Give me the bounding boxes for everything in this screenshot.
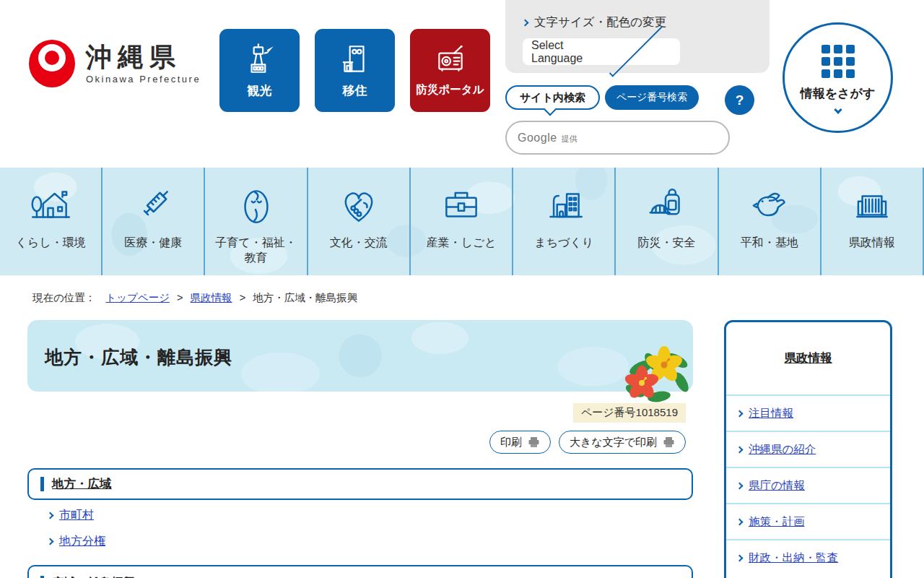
dove-icon: [719, 179, 820, 233]
print-button[interactable]: 印刷: [489, 431, 551, 454]
google-provider-label: Google: [518, 131, 557, 144]
radio-icon: [433, 39, 468, 79]
page-number-search-label: ページ番号検索: [616, 91, 688, 104]
printer-icon: [528, 436, 540, 448]
logo-text: 沖縄県 Okinawa Prefecture: [86, 43, 201, 85]
chevron-down-icon: [834, 105, 842, 113]
tourism-button-label: 観光: [248, 82, 272, 99]
print-buttons: 印刷 大きな文字で印刷: [489, 431, 686, 454]
sidebar-item-label[interactable]: 県庁の情報: [749, 478, 805, 493]
site-search-input[interactable]: Google 提供: [505, 121, 730, 155]
help-button-label: ?: [736, 92, 744, 108]
breadcrumb-separator: >: [240, 292, 245, 303]
chevron-right-icon: [736, 446, 744, 453]
town-icon: [513, 179, 614, 233]
content-link-shichoson[interactable]: 市町村: [48, 508, 94, 523]
breadcrumb: 現在の位置： トップページ > 県政情報 > 地方・広域・離島振興: [32, 291, 357, 305]
breadcrumb-link-top[interactable]: トップページ: [105, 292, 170, 303]
site-search-tab[interactable]: サイト内検索: [505, 85, 600, 110]
okinawa-emblem-icon: [29, 40, 75, 87]
baby-icon: [205, 179, 306, 233]
nav-item-sangyo[interactable]: 産業・しごと: [411, 168, 513, 275]
helmet-backpack-icon: [616, 179, 717, 233]
tab-pointer: [544, 104, 557, 116]
logo-title: 沖縄県: [86, 43, 201, 72]
government-building-icon: [821, 179, 923, 233]
printer-icon: [663, 436, 675, 448]
sidebar-item-label[interactable]: 注目情報: [749, 406, 793, 421]
find-info-button[interactable]: 情報をさがす: [783, 22, 893, 133]
page-number-search-button[interactable]: ページ番号検索: [605, 85, 699, 110]
site-header: 沖縄県 Okinawa Prefecture 観光: [0, 0, 924, 168]
section-heading: 広域・離島振興: [52, 575, 136, 578]
sidebar-item-kencho[interactable]: 県庁の情報: [726, 467, 890, 503]
page-number-badge: ページ番号1018519: [573, 403, 686, 423]
nav-item-machizukuri[interactable]: まちづくり: [513, 168, 616, 275]
print-large-button[interactable]: 大きな文字で印刷: [559, 431, 686, 454]
nav-item-label: 子育て・福祉・教育: [210, 236, 302, 266]
nav-item-label: まちづくり: [518, 236, 610, 251]
quick-link-buttons: 観光 移住: [219, 29, 490, 112]
emblem-inner-dot: [45, 51, 59, 65]
syringe-icon: [103, 179, 204, 233]
emblem-inner-ring: [38, 44, 66, 72]
sidebar-item-label[interactable]: 沖縄県の紹介: [749, 442, 816, 457]
nav-item-heiwa[interactable]: 平和・基地: [719, 168, 821, 275]
tourism-button[interactable]: 観光: [219, 29, 300, 112]
content-link-label[interactable]: 地方分権: [59, 534, 105, 549]
nav-item-label: 医療・健康: [107, 236, 199, 251]
breadcrumb-link-kensei[interactable]: 県政情報: [191, 292, 232, 303]
language-select-value: Select Language: [531, 39, 601, 65]
breadcrumb-separator: >: [177, 292, 183, 303]
breadcrumb-prefix: 現在の位置：: [32, 292, 95, 303]
sidebar-title[interactable]: 県政情報: [726, 322, 890, 394]
disaster-portal-button-label: 防災ポータル: [416, 82, 484, 98]
nav-item-kensei[interactable]: 県政情報: [821, 168, 924, 275]
nav-item-label: 産業・しごと: [415, 236, 507, 251]
provider-note-label: 提供: [562, 134, 578, 144]
language-select[interactable]: Select Language: [523, 38, 680, 65]
section-accent-bar: [40, 477, 44, 491]
sidebar-item-shokai[interactable]: 沖縄県の紹介: [726, 431, 890, 467]
site-logo[interactable]: 沖縄県 Okinawa Prefecture: [29, 40, 201, 87]
section-chihou-koiki: 地方・広域: [27, 468, 693, 500]
nav-item-bunka[interactable]: 文化・交流: [308, 168, 411, 275]
chevron-right-icon: [736, 554, 744, 561]
chevron-right-icon: [522, 19, 529, 26]
chevron-right-icon: [736, 482, 744, 489]
chevron-right-icon: [736, 518, 744, 525]
content-link-label[interactable]: 市町村: [59, 508, 94, 523]
sidebar-item-chumoku[interactable]: 注目情報: [726, 394, 890, 431]
sidebar-item-shisaku[interactable]: 施策・計画: [726, 503, 890, 539]
help-button[interactable]: ?: [725, 85, 754, 115]
nav-item-bosai[interactable]: 防災・安全: [616, 168, 718, 275]
nav-item-label: 平和・基地: [723, 236, 816, 251]
chevron-right-icon: [736, 410, 744, 417]
section-heading: 地方・広域: [52, 476, 112, 492]
nav-item-label: くらし・環境: [4, 236, 97, 251]
section-koiki-rito: 広域・離島振興: [27, 565, 693, 578]
sidebar-item-label[interactable]: 財政・出納・監査: [749, 551, 838, 566]
sidebar-title-label: 県政情報: [785, 350, 832, 366]
logo-subtitle: Okinawa Prefecture: [86, 74, 201, 85]
briefcase-icon: [411, 179, 512, 233]
hibiscus-flower-image: [619, 340, 692, 404]
nav-item-kurashi[interactable]: くらし・環境: [0, 168, 103, 275]
sidebar-item-zaisei[interactable]: 財政・出納・監査: [726, 539, 890, 575]
sidebar-item-label[interactable]: 施策・計画: [749, 514, 805, 530]
nav-item-iryo[interactable]: 医療・健康: [103, 168, 205, 275]
sidebar-kensei-joho: 県政情報 注目情報 沖縄県の紹介 県庁の情報 施策・計画 財政・出納・監査: [724, 320, 892, 578]
relocation-button-label: 移住: [343, 82, 367, 99]
content-link-chihobunken[interactable]: 地方分権: [48, 534, 105, 549]
chevron-right-icon: [47, 538, 54, 545]
breadcrumb-current: 地方・広域・離島振興: [253, 292, 357, 303]
font-size-color-link[interactable]: 文字サイズ・配色の変更: [523, 14, 770, 30]
page-title: 地方・広域・離島振興: [45, 345, 232, 369]
nav-item-kosodate[interactable]: 子育て・福祉・教育: [205, 168, 308, 275]
font-size-color-label: 文字サイズ・配色の変更: [534, 14, 666, 30]
page: 沖縄県 Okinawa Prefecture 観光: [0, 0, 924, 578]
site-search-tab-label: サイト内検索: [520, 91, 585, 105]
disaster-portal-button[interactable]: 防災ポータル: [410, 29, 490, 112]
chevron-right-icon: [47, 512, 54, 519]
relocation-button[interactable]: 移住: [315, 29, 395, 112]
